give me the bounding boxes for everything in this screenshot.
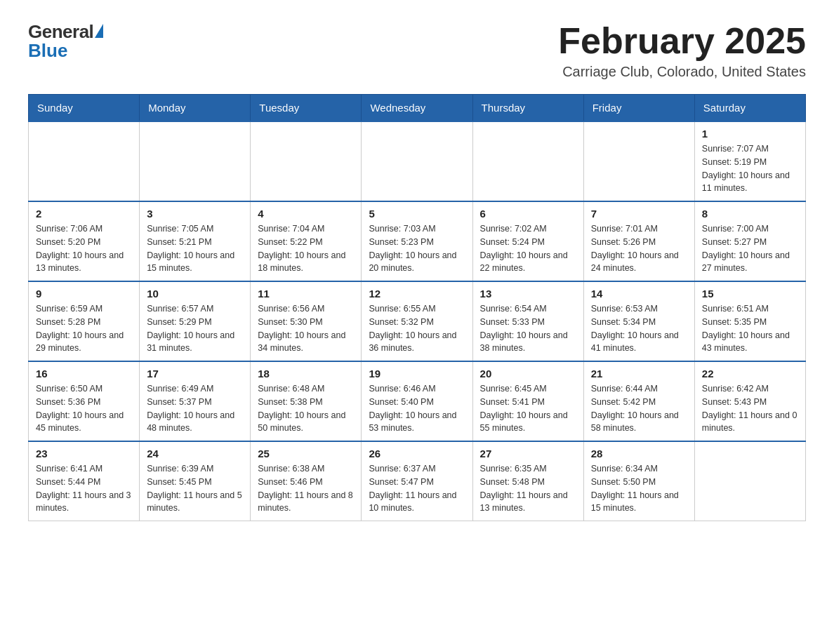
logo: General Blue xyxy=(28,21,103,62)
day-info: Sunrise: 6:42 AMSunset: 5:43 PMDaylight:… xyxy=(702,382,798,435)
day-info: Sunrise: 6:59 AMSunset: 5:28 PMDaylight:… xyxy=(36,302,132,355)
day-info: Sunrise: 6:45 AMSunset: 5:41 PMDaylight:… xyxy=(480,382,576,435)
day-number: 18 xyxy=(258,368,354,380)
day-number: 3 xyxy=(147,208,243,220)
week-row: 9Sunrise: 6:59 AMSunset: 5:28 PMDaylight… xyxy=(29,281,806,361)
calendar-cell: 28Sunrise: 6:34 AMSunset: 5:50 PMDayligh… xyxy=(583,441,694,521)
calendar-cell xyxy=(472,121,583,201)
calendar-cell: 26Sunrise: 6:37 AMSunset: 5:47 PMDayligh… xyxy=(362,441,472,521)
day-info: Sunrise: 6:49 AMSunset: 5:37 PMDaylight:… xyxy=(147,382,243,435)
day-number: 25 xyxy=(258,448,354,459)
day-of-week-header: Tuesday xyxy=(251,95,362,122)
calendar-cell: 10Sunrise: 6:57 AMSunset: 5:29 PMDayligh… xyxy=(140,281,251,361)
day-number: 10 xyxy=(147,288,243,300)
calendar-cell: 3Sunrise: 7:05 AMSunset: 5:21 PMDaylight… xyxy=(140,201,251,281)
calendar-cell: 27Sunrise: 6:35 AMSunset: 5:48 PMDayligh… xyxy=(472,441,583,521)
calendar-cell: 17Sunrise: 6:49 AMSunset: 5:37 PMDayligh… xyxy=(140,361,251,441)
day-number: 6 xyxy=(480,208,576,220)
day-of-week-header: Monday xyxy=(140,95,251,122)
day-info: Sunrise: 6:46 AMSunset: 5:40 PMDaylight:… xyxy=(369,382,465,435)
day-number: 22 xyxy=(702,368,798,380)
day-number: 5 xyxy=(369,208,465,220)
calendar-cell xyxy=(694,441,805,521)
week-row: 2Sunrise: 7:06 AMSunset: 5:20 PMDaylight… xyxy=(29,201,806,281)
calendar-cell: 1Sunrise: 7:07 AMSunset: 5:19 PMDaylight… xyxy=(694,121,805,201)
calendar-cell xyxy=(251,121,362,201)
day-number: 1 xyxy=(702,128,798,140)
day-info: Sunrise: 7:00 AMSunset: 5:27 PMDaylight:… xyxy=(702,222,798,275)
day-info: Sunrise: 6:51 AMSunset: 5:35 PMDaylight:… xyxy=(702,302,798,355)
day-number: 2 xyxy=(36,208,132,220)
calendar-table: SundayMondayTuesdayWednesdayThursdayFrid… xyxy=(28,94,806,521)
day-of-week-header: Friday xyxy=(583,95,694,122)
location-subtitle: Carriage Club, Colorado, United States xyxy=(558,64,806,80)
calendar-cell: 12Sunrise: 6:55 AMSunset: 5:32 PMDayligh… xyxy=(362,281,472,361)
calendar-header-row: SundayMondayTuesdayWednesdayThursdayFrid… xyxy=(29,95,806,122)
calendar-cell: 16Sunrise: 6:50 AMSunset: 5:36 PMDayligh… xyxy=(29,361,140,441)
calendar-cell: 4Sunrise: 7:04 AMSunset: 5:22 PMDaylight… xyxy=(251,201,362,281)
day-of-week-header: Thursday xyxy=(472,95,583,122)
day-info: Sunrise: 6:44 AMSunset: 5:42 PMDaylight:… xyxy=(591,382,687,435)
calendar-cell: 19Sunrise: 6:46 AMSunset: 5:40 PMDayligh… xyxy=(362,361,472,441)
day-number: 23 xyxy=(36,448,132,459)
week-row: 23Sunrise: 6:41 AMSunset: 5:44 PMDayligh… xyxy=(29,441,806,521)
day-info: Sunrise: 6:57 AMSunset: 5:29 PMDaylight:… xyxy=(147,302,243,355)
day-number: 17 xyxy=(147,368,243,380)
day-info: Sunrise: 6:48 AMSunset: 5:38 PMDaylight:… xyxy=(258,382,354,435)
day-info: Sunrise: 6:38 AMSunset: 5:46 PMDaylight:… xyxy=(258,462,354,515)
day-info: Sunrise: 7:04 AMSunset: 5:22 PMDaylight:… xyxy=(258,222,354,275)
day-number: 14 xyxy=(591,288,687,300)
day-info: Sunrise: 6:50 AMSunset: 5:36 PMDaylight:… xyxy=(36,382,132,435)
logo-triangle-icon xyxy=(95,24,103,38)
calendar-cell: 23Sunrise: 6:41 AMSunset: 5:44 PMDayligh… xyxy=(29,441,140,521)
calendar-cell: 8Sunrise: 7:00 AMSunset: 5:27 PMDaylight… xyxy=(694,201,805,281)
day-info: Sunrise: 7:06 AMSunset: 5:20 PMDaylight:… xyxy=(36,222,132,275)
day-number: 19 xyxy=(369,368,465,380)
day-info: Sunrise: 6:34 AMSunset: 5:50 PMDaylight:… xyxy=(591,462,687,515)
calendar-cell: 15Sunrise: 6:51 AMSunset: 5:35 PMDayligh… xyxy=(694,281,805,361)
calendar-cell: 24Sunrise: 6:39 AMSunset: 5:45 PMDayligh… xyxy=(140,441,251,521)
day-number: 27 xyxy=(480,448,576,459)
day-number: 11 xyxy=(258,288,354,300)
day-number: 7 xyxy=(591,208,687,220)
calendar-cell: 7Sunrise: 7:01 AMSunset: 5:26 PMDaylight… xyxy=(583,201,694,281)
calendar-cell xyxy=(583,121,694,201)
day-number: 16 xyxy=(36,368,132,380)
day-number: 24 xyxy=(147,448,243,459)
day-number: 13 xyxy=(480,288,576,300)
calendar-cell: 22Sunrise: 6:42 AMSunset: 5:43 PMDayligh… xyxy=(694,361,805,441)
day-info: Sunrise: 7:01 AMSunset: 5:26 PMDaylight:… xyxy=(591,222,687,275)
day-info: Sunrise: 6:54 AMSunset: 5:33 PMDaylight:… xyxy=(480,302,576,355)
day-number: 26 xyxy=(369,448,465,459)
week-row: 16Sunrise: 6:50 AMSunset: 5:36 PMDayligh… xyxy=(29,361,806,441)
day-number: 9 xyxy=(36,288,132,300)
calendar-cell: 13Sunrise: 6:54 AMSunset: 5:33 PMDayligh… xyxy=(472,281,583,361)
day-number: 4 xyxy=(258,208,354,220)
day-number: 8 xyxy=(702,208,798,220)
calendar-cell: 14Sunrise: 6:53 AMSunset: 5:34 PMDayligh… xyxy=(583,281,694,361)
calendar-cell: 9Sunrise: 6:59 AMSunset: 5:28 PMDaylight… xyxy=(29,281,140,361)
calendar-cell: 25Sunrise: 6:38 AMSunset: 5:46 PMDayligh… xyxy=(251,441,362,521)
day-info: Sunrise: 7:05 AMSunset: 5:21 PMDaylight:… xyxy=(147,222,243,275)
calendar-cell: 11Sunrise: 6:56 AMSunset: 5:30 PMDayligh… xyxy=(251,281,362,361)
page-header: General Blue February 2025 Carriage Club… xyxy=(28,21,806,80)
calendar-cell: 20Sunrise: 6:45 AMSunset: 5:41 PMDayligh… xyxy=(472,361,583,441)
calendar-cell: 18Sunrise: 6:48 AMSunset: 5:38 PMDayligh… xyxy=(251,361,362,441)
day-info: Sunrise: 6:55 AMSunset: 5:32 PMDaylight:… xyxy=(369,302,465,355)
calendar-cell: 2Sunrise: 7:06 AMSunset: 5:20 PMDaylight… xyxy=(29,201,140,281)
day-number: 15 xyxy=(702,288,798,300)
calendar-cell: 6Sunrise: 7:02 AMSunset: 5:24 PMDaylight… xyxy=(472,201,583,281)
day-info: Sunrise: 6:53 AMSunset: 5:34 PMDaylight:… xyxy=(591,302,687,355)
day-of-week-header: Sunday xyxy=(29,95,140,122)
calendar-cell xyxy=(140,121,251,201)
calendar-cell xyxy=(29,121,140,201)
day-number: 21 xyxy=(591,368,687,380)
day-number: 20 xyxy=(480,368,576,380)
month-title: February 2025 xyxy=(558,21,806,61)
title-area: February 2025 Carriage Club, Colorado, U… xyxy=(558,21,806,80)
day-info: Sunrise: 7:03 AMSunset: 5:23 PMDaylight:… xyxy=(369,222,465,275)
calendar-cell: 5Sunrise: 7:03 AMSunset: 5:23 PMDaylight… xyxy=(362,201,472,281)
day-info: Sunrise: 6:41 AMSunset: 5:44 PMDaylight:… xyxy=(36,462,132,515)
day-info: Sunrise: 6:56 AMSunset: 5:30 PMDaylight:… xyxy=(258,302,354,355)
calendar-cell: 21Sunrise: 6:44 AMSunset: 5:42 PMDayligh… xyxy=(583,361,694,441)
